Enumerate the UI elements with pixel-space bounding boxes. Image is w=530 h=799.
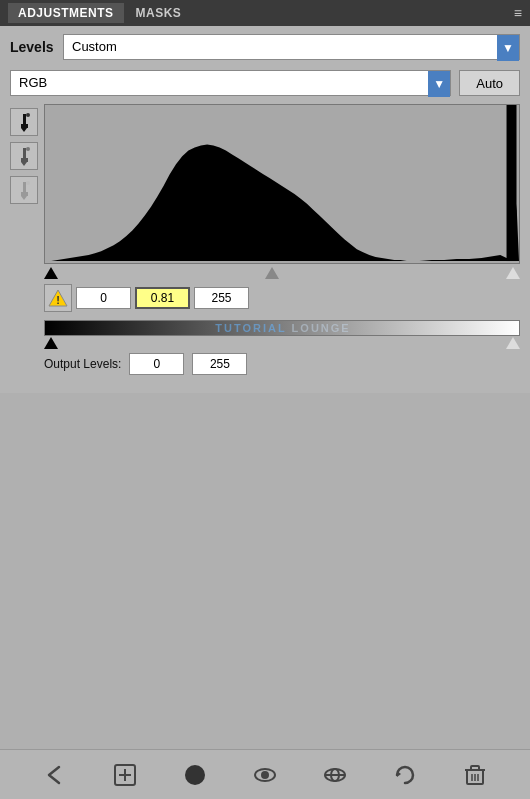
- histogram-svg: [45, 105, 519, 263]
- svg-rect-9: [21, 192, 28, 196]
- tab-adjustments[interactable]: ADJUSTMENTS: [8, 3, 124, 23]
- svg-rect-8: [23, 182, 26, 192]
- white-point-eyedropper[interactable]: [10, 176, 38, 204]
- refresh-button[interactable]: [387, 757, 423, 793]
- svg-text:!: !: [56, 294, 60, 306]
- svg-rect-4: [23, 148, 26, 158]
- input-slider-track: [44, 266, 520, 280]
- levels-label: Levels: [10, 39, 55, 55]
- svg-point-3: [26, 113, 30, 117]
- svg-rect-0: [23, 114, 26, 124]
- preset-value: Custom: [64, 35, 497, 59]
- panel-menu-icon[interactable]: ≡: [514, 5, 522, 21]
- warning-icon[interactable]: !: [44, 284, 72, 312]
- clip-button[interactable]: [107, 757, 143, 793]
- preset-dropdown[interactable]: Custom ▼: [63, 34, 520, 60]
- svg-point-7: [26, 147, 30, 151]
- white-input-marker[interactable]: [506, 267, 520, 279]
- black-input-marker[interactable]: [44, 267, 58, 279]
- midtone-input-value[interactable]: [135, 287, 190, 309]
- svg-rect-26: [471, 766, 479, 770]
- histogram-display: [44, 104, 520, 264]
- channel-value: RGB: [11, 71, 428, 95]
- panel-content: Levels Custom ▼ RGB ▼ Auto: [0, 26, 530, 393]
- panel-header: ADJUSTMENTS MASKS ≡: [0, 0, 530, 26]
- svg-marker-2: [21, 128, 27, 132]
- delete-button[interactable]: [457, 757, 493, 793]
- channel-dropdown[interactable]: RGB ▼: [10, 70, 451, 96]
- adjustment-main: ! TUTORIAL LOUNGE: [10, 104, 520, 385]
- white-input-value[interactable]: [194, 287, 249, 309]
- white-output-marker[interactable]: [506, 337, 520, 349]
- histogram-section: ! TUTORIAL LOUNGE: [44, 104, 520, 385]
- watermark-part2: LOUNGE: [287, 322, 351, 334]
- output-white-value[interactable]: [192, 353, 247, 375]
- channel-dropdown-arrow[interactable]: ▼: [428, 71, 450, 97]
- bottom-toolbar: [0, 749, 530, 799]
- black-output-marker[interactable]: [44, 337, 58, 349]
- input-values-row: !: [44, 284, 520, 312]
- levels-row: Levels Custom ▼: [10, 34, 520, 60]
- output-gradient-bar: TUTORIAL LOUNGE: [44, 320, 520, 336]
- link-button[interactable]: [317, 757, 353, 793]
- gray-point-eyedropper[interactable]: [10, 142, 38, 170]
- svg-rect-1: [21, 124, 28, 128]
- preset-dropdown-arrow[interactable]: ▼: [497, 35, 519, 61]
- svg-rect-13: [507, 105, 517, 261]
- black-input-value[interactable]: [76, 287, 131, 309]
- black-point-eyedropper[interactable]: [10, 108, 38, 136]
- svg-marker-6: [21, 162, 27, 166]
- svg-point-19: [261, 771, 269, 779]
- tab-masks[interactable]: MASKS: [126, 3, 192, 23]
- svg-marker-23: [397, 771, 401, 777]
- output-slider-track: [44, 337, 520, 351]
- auto-button[interactable]: Auto: [459, 70, 520, 96]
- watermark-part1: TUTORIAL: [215, 322, 286, 334]
- eyedropper-column: [10, 104, 38, 385]
- eye-button[interactable]: [247, 757, 283, 793]
- output-levels-label: Output Levels:: [44, 357, 121, 371]
- midtone-input-marker[interactable]: [265, 267, 279, 279]
- svg-marker-10: [21, 196, 27, 200]
- output-levels-row: Output Levels:: [44, 353, 520, 385]
- back-button[interactable]: [37, 757, 73, 793]
- circle-button[interactable]: [177, 757, 213, 793]
- output-section: TUTORIAL LOUNGE: [44, 320, 520, 351]
- watermark-text: TUTORIAL LOUNGE: [45, 320, 521, 336]
- svg-point-11: [26, 181, 30, 185]
- channel-row: RGB ▼ Auto: [10, 70, 520, 96]
- svg-rect-5: [21, 158, 28, 162]
- output-black-value[interactable]: [129, 353, 184, 375]
- svg-point-17: [185, 765, 205, 785]
